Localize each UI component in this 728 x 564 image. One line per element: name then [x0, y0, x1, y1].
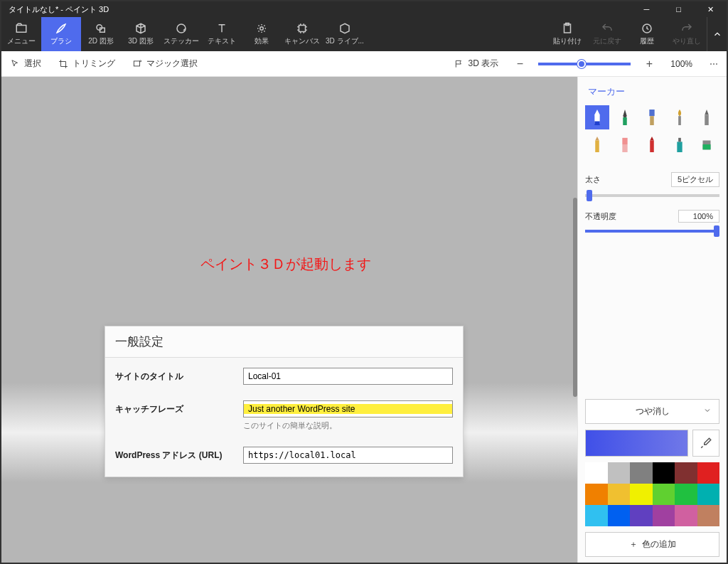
- zoom-percent[interactable]: 100%: [662, 59, 701, 69]
- menu-button[interactable]: メニュー: [1, 17, 41, 51]
- color-swatch[interactable]: [675, 462, 697, 484]
- collapse-ribbon-button[interactable]: [707, 17, 727, 51]
- opacity-value[interactable]: 100%: [678, 210, 719, 223]
- chevron-down-icon: [703, 406, 712, 417]
- color-swatch[interactable]: [630, 462, 653, 484]
- marker-tool[interactable]: [585, 105, 609, 129]
- color-swatch[interactable]: [653, 484, 675, 505]
- maximize-button[interactable]: □: [663, 1, 695, 17]
- color-swatch[interactable]: [585, 505, 608, 526]
- 3d-shapes-tab[interactable]: 3D 図形: [121, 17, 161, 51]
- spray-tool[interactable]: [668, 132, 692, 156]
- undo-icon: [601, 22, 614, 35]
- canvas-icon: [296, 22, 309, 35]
- color-swatch[interactable]: [608, 505, 631, 526]
- current-color-preview[interactable]: [585, 430, 688, 457]
- canvas-tab[interactable]: キャンバス: [282, 17, 323, 51]
- magic-select-tool[interactable]: マジック選択: [124, 51, 206, 76]
- oil-brush-tool[interactable]: [640, 105, 664, 129]
- tagline-input[interactable]: [243, 400, 453, 417]
- opacity-row: 不透明度 100%: [585, 210, 719, 223]
- effects-tab[interactable]: 効果: [242, 17, 282, 51]
- svg-rect-12: [650, 110, 655, 116]
- calligraphy-tool[interactable]: [613, 105, 637, 129]
- brush-tool-grid: [585, 105, 719, 156]
- svg-rect-21: [678, 138, 681, 142]
- svg-rect-15: [705, 115, 710, 125]
- svg-rect-18: [622, 144, 627, 152]
- color-swatch[interactable]: [630, 484, 653, 505]
- crop-tool[interactable]: トリミング: [50, 51, 124, 76]
- paste-icon: [561, 22, 574, 35]
- svg-point-3: [177, 24, 186, 33]
- color-swatch[interactable]: [630, 505, 653, 526]
- svg-rect-0: [16, 26, 26, 33]
- paste-button[interactable]: 貼り付け: [547, 17, 587, 51]
- zoom-out-button[interactable]: −: [507, 58, 532, 70]
- color-swatch[interactable]: [697, 505, 720, 526]
- 3d-library-tab[interactable]: 3D ライブ...: [323, 17, 367, 51]
- svg-rect-19: [650, 141, 654, 153]
- site-title-input[interactable]: [243, 368, 453, 385]
- more-button[interactable]: ⋯: [701, 59, 727, 69]
- text-tab[interactable]: テキスト: [202, 17, 242, 51]
- form-label: キャッチフレーズ: [115, 400, 243, 415]
- effects-icon: [255, 22, 268, 35]
- add-color-button[interactable]: ＋ 色の追加: [585, 532, 719, 557]
- undo-button[interactable]: 元に戻す: [587, 17, 627, 51]
- history-button[interactable]: 履歴: [627, 17, 667, 51]
- magic-icon: [132, 59, 142, 69]
- color-swatch[interactable]: [653, 462, 675, 484]
- form-header: 一般設定: [105, 326, 463, 358]
- canvas-annotation-text: ペイント３Ｄが起動します: [200, 255, 371, 274]
- canvas-scrollbar[interactable]: [573, 198, 577, 397]
- eraser-tool[interactable]: [613, 132, 637, 156]
- svg-rect-11: [623, 117, 627, 125]
- form-label: サイトのタイトル: [115, 368, 243, 383]
- color-swatch[interactable]: [608, 484, 631, 505]
- embedded-form: 一般設定 サイトのタイトル キャッチフレーズ このサイトの簡単な説明。 Word…: [105, 326, 464, 477]
- fill-tool[interactable]: [695, 132, 719, 156]
- select-tool[interactable]: 選択: [1, 51, 50, 76]
- color-swatch[interactable]: [653, 505, 675, 526]
- brush-tab[interactable]: ブラシ: [41, 17, 81, 51]
- thickness-value[interactable]: 5ピクセル: [671, 172, 719, 187]
- thickness-slider[interactable]: [585, 194, 719, 197]
- pixel-pen-tool[interactable]: [695, 105, 719, 129]
- sticker-tab[interactable]: ステッカー: [161, 17, 202, 51]
- color-swatch[interactable]: [697, 462, 720, 484]
- color-swatch[interactable]: [585, 462, 608, 484]
- wp-url-input[interactable]: [243, 447, 453, 464]
- 2d-shapes-tab[interactable]: 2D 図形: [81, 17, 121, 51]
- form-note: このサイトの簡単な説明。: [243, 420, 453, 431]
- crayon-tool[interactable]: [640, 132, 664, 156]
- canvas-area[interactable]: ペイント３Ｄが起動します 一般設定 サイトのタイトル キャッチフレーズ このサイ…: [1, 77, 577, 563]
- 3d-view-toggle[interactable]: 3D 表示: [446, 51, 508, 76]
- svg-rect-17: [622, 138, 627, 144]
- 3d-library-icon: [338, 22, 351, 35]
- watercolor-tool[interactable]: [668, 105, 692, 129]
- sidebar-title: マーカー: [585, 83, 719, 105]
- zoom-in-button[interactable]: +: [636, 58, 662, 70]
- color-swatch[interactable]: [675, 505, 697, 526]
- color-swatch[interactable]: [585, 484, 608, 505]
- minimize-button[interactable]: ─: [631, 1, 663, 17]
- 3d-shape-icon: [134, 22, 147, 35]
- color-swatch[interactable]: [675, 484, 697, 505]
- history-icon: [641, 22, 653, 35]
- svg-rect-10: [594, 122, 599, 126]
- sub-toolbar: 選択 トリミング マジック選択 3D 表示 − + 100% ⋯: [1, 51, 727, 77]
- sticker-icon: [175, 22, 188, 35]
- color-swatch[interactable]: [608, 462, 631, 484]
- color-swatch[interactable]: [697, 484, 720, 505]
- zoom-slider[interactable]: [538, 63, 631, 65]
- opacity-slider[interactable]: [585, 230, 719, 233]
- text-icon: [215, 22, 228, 35]
- brush-icon: [55, 22, 68, 35]
- eyedropper-button[interactable]: [692, 430, 719, 457]
- 2d-shape-icon: [95, 22, 107, 35]
- redo-button[interactable]: やり直し: [667, 17, 707, 51]
- material-finish-dropdown[interactable]: つや消し: [585, 399, 719, 424]
- close-button[interactable]: ✕: [695, 1, 727, 17]
- pencil-tool[interactable]: [585, 132, 609, 156]
